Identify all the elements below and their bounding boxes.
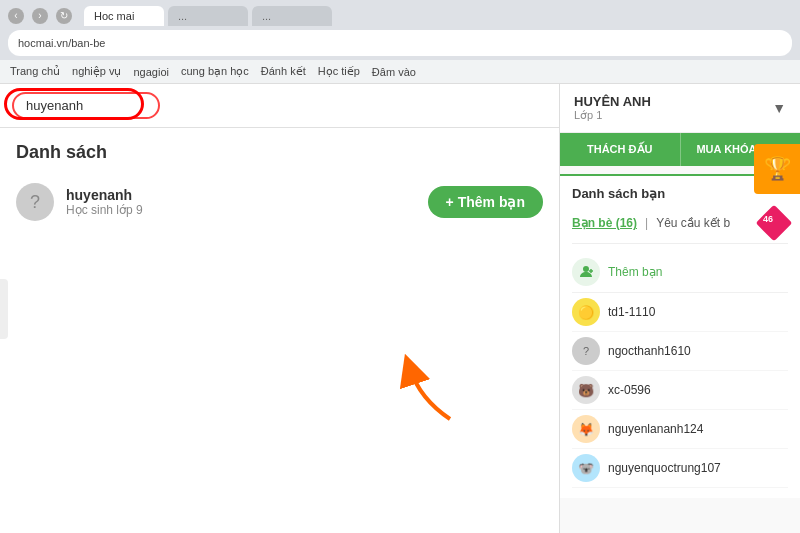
tab-active[interactable]: Hoc mai [84,6,164,26]
friend-item-0[interactable]: 🟡 td1-1110 [572,293,788,332]
friend-name-3: nguyenlananh124 [608,422,703,436]
friend-item-1[interactable]: ? ngocthanh1610 [572,332,788,371]
bookmark-5[interactable]: Đánh kết [261,65,306,78]
friend-name-0: td1-1110 [608,305,655,319]
right-user-header: HUYÊN ANH Lớp 1 ▼ [560,84,800,133]
address-text: hocmai.vn/ban-be [18,37,782,49]
friend-tabs: Bạn bè (16) | Yêu cầu kết b 46 [572,209,788,244]
main-layout: Danh sách ? huyenanh Học sinh lớp 9 + Th… [0,84,800,533]
avatar-char: ? [30,192,40,213]
friend-item-3[interactable]: 🦊 nguyenlananh124 [572,410,788,449]
search-bar [0,84,559,128]
friend-avatar-3: 🦊 [572,415,600,443]
bookmark-4[interactable]: cung bạn học [181,65,249,78]
sidebar-hint [0,279,8,339]
tab-yeu-cau[interactable]: Yêu cầu kết b [656,216,730,230]
bookmark-1[interactable]: Trang chủ [10,65,60,78]
tab-separator: | [645,216,648,230]
diamond-icon [756,205,793,242]
user-grade: Học sinh lớp 9 [66,203,416,217]
add-friend-icon [572,258,600,286]
add-friend-row[interactable]: Thêm bạn [572,252,788,293]
bookmarks-bar: Trang chủ nghiệp vụ ngagioi cung bạn học… [0,60,800,84]
friend-avatar-1: ? [572,337,600,365]
friend-item-4[interactable]: 🐨 nguyenquoctrung107 [572,449,788,488]
friend-avatar-2: 🐻 [572,376,600,404]
friend-name-4: nguyenquoctrung107 [608,461,721,475]
list-section: Danh sách ? huyenanh Học sinh lớp 9 + Th… [0,128,559,237]
chevron-down-icon[interactable]: ▼ [772,100,786,116]
tab-bar: ‹ › ↻ Hoc mai ... ... [8,6,792,26]
friend-name-1: ngocthanh1610 [608,344,691,358]
forward-button[interactable]: › [32,8,48,24]
right-user-level: Lớp 1 [574,109,651,122]
search-input[interactable] [26,98,146,113]
friend-avatar-0: 🟡 [572,298,600,326]
bookmark-2[interactable]: nghiệp vụ [72,65,121,78]
user-info: huyenanh Học sinh lớp 9 [66,187,416,217]
right-user-name: HUYÊN ANH [574,94,651,109]
friends-section: Danh sách bạn Bạn bè (16) | Yêu cầu kết … [560,174,800,498]
refresh-button[interactable]: ↻ [56,8,72,24]
right-panel: HUYÊN ANH Lớp 1 ▼ THÁCH ĐẤU MUA KHÓA HỌC… [560,84,800,533]
bookmark-3[interactable]: ngagioi [134,66,169,78]
browser-chrome: ‹ › ↻ Hoc mai ... ... hocmai.vn/ban-be [0,0,800,60]
search-input-wrapper [12,92,160,119]
add-friend-label: Thêm bạn [608,265,662,279]
back-button[interactable]: ‹ [8,8,24,24]
tab-3[interactable]: ... [252,6,332,26]
left-panel: Danh sách ? huyenanh Học sinh lớp 9 + Th… [0,84,560,533]
friend-item-2[interactable]: 🐻 xc-0596 [572,371,788,410]
arrow-annotation [390,349,470,433]
trophy-icon: 🏆 [764,156,791,182]
user-avatar: ? [16,183,54,221]
friend-avatar-4: 🐨 [572,454,600,482]
diamond-number: 46 [763,214,773,224]
list-title: Danh sách [16,142,543,163]
right-user-info: HUYÊN ANH Lớp 1 [574,94,651,122]
address-bar[interactable]: hocmai.vn/ban-be [8,30,792,56]
tab-2[interactable]: ... [168,6,248,26]
trophy-area: 🏆 [754,144,800,194]
tab-ban-be[interactable]: Bạn bè (16) [572,216,637,230]
bookmark-7[interactable]: Đâm vào [372,66,416,78]
diamond-badge-container: 46 [760,209,788,237]
nav-icons: ‹ › ↻ [8,8,72,24]
friend-name-2: xc-0596 [608,383,651,397]
user-name: huyenanh [66,187,416,203]
user-item: ? huyenanh Học sinh lớp 9 + Thêm bạn [16,175,543,229]
add-friend-button[interactable]: + Thêm bạn [428,186,543,218]
tab-thach-dau[interactable]: THÁCH ĐẤU [560,133,681,166]
bookmark-6[interactable]: Học tiếp [318,65,360,78]
